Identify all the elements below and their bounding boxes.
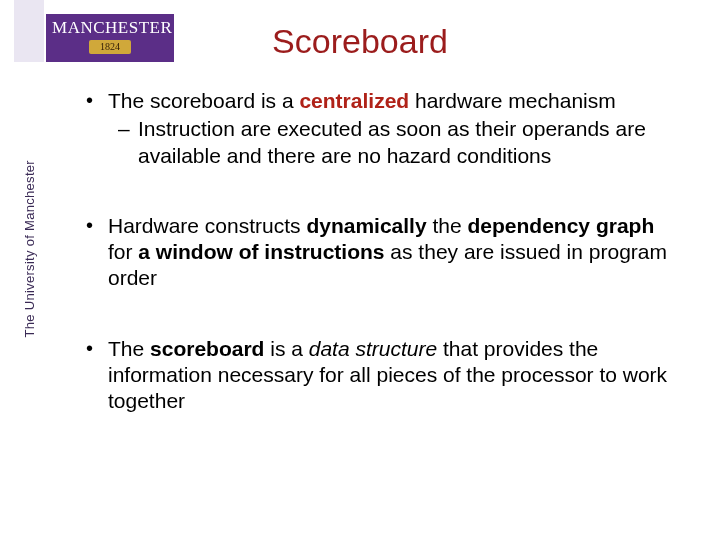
slide: The University of Manchester MANCHESTER … bbox=[0, 0, 720, 540]
text: Hardware constructs bbox=[108, 214, 306, 237]
keyword-dependency-graph: dependency graph bbox=[468, 214, 655, 237]
slide-body: The scoreboard is a centralized hardware… bbox=[82, 88, 680, 458]
text: hardware mechanism bbox=[409, 89, 616, 112]
side-strip: The University of Manchester bbox=[14, 0, 44, 540]
text: for bbox=[108, 240, 138, 263]
text: the bbox=[427, 214, 468, 237]
bullet-3: The scoreboard is a data structure that … bbox=[82, 336, 680, 415]
keyword-data-structure: data structure bbox=[309, 337, 437, 360]
keyword-scoreboard: scoreboard bbox=[150, 337, 264, 360]
slide-title: Scoreboard bbox=[0, 22, 720, 61]
university-side-text: The University of Manchester bbox=[22, 148, 37, 338]
keyword-dynamically: dynamically bbox=[306, 214, 426, 237]
text: The bbox=[108, 337, 150, 360]
bullet-2: Hardware constructs dynamically the depe… bbox=[82, 213, 680, 292]
text: The scoreboard is a bbox=[108, 89, 299, 112]
keyword-window-of-instructions: a window of instructions bbox=[138, 240, 384, 263]
text: is a bbox=[264, 337, 308, 360]
bullet-1-sub: Instruction are executed as soon as thei… bbox=[108, 116, 680, 169]
bullet-1: The scoreboard is a centralized hardware… bbox=[82, 88, 680, 169]
keyword-centralized: centralized bbox=[299, 89, 409, 112]
